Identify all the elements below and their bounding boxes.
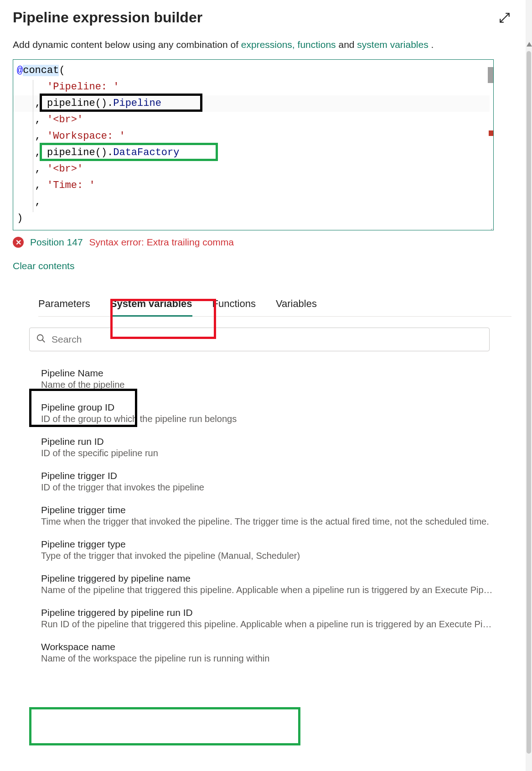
expand-icon[interactable] xyxy=(498,11,511,25)
list-item[interactable]: Pipeline trigger type Type of the trigge… xyxy=(37,533,498,568)
minimap-viewport xyxy=(488,67,493,83)
intro-text: Add dynamic content below using any comb… xyxy=(13,38,511,51)
var-title: Pipeline triggered by pipeline name xyxy=(41,573,494,584)
editor-content[interactable]: @concat( 'Pipeline: ' , pipeline().Pipel… xyxy=(17,63,491,227)
search-box[interactable] xyxy=(29,328,490,351)
var-desc: Name of the workspace the pipeline run i… xyxy=(41,653,494,664)
var-desc: Name of the pipeline that triggered this… xyxy=(41,585,494,595)
page-title: Pipeline expression builder xyxy=(13,9,202,26)
tab-system-variables[interactable]: System variables xyxy=(110,292,192,316)
expression-editor[interactable]: @concat( 'Pipeline: ' , pipeline().Pipel… xyxy=(13,59,494,230)
indent-guide xyxy=(33,80,33,212)
expressions-link[interactable]: expressions, xyxy=(241,39,295,50)
list-item[interactable]: Pipeline run ID ID of the specific pipel… xyxy=(37,431,498,465)
var-desc: ID of the specific pipeline run xyxy=(41,448,494,458)
var-desc: ID of the group to which the pipeline ru… xyxy=(41,414,494,424)
tab-functions[interactable]: Functions xyxy=(212,292,256,316)
var-title: Pipeline trigger time xyxy=(41,505,494,516)
tab-parameters[interactable]: Parameters xyxy=(38,292,90,316)
list-item[interactable]: Pipeline triggered by pipeline run ID Ru… xyxy=(37,602,498,636)
svg-point-0 xyxy=(37,335,43,341)
var-title: Pipeline Name xyxy=(41,368,494,379)
list-item[interactable]: Pipeline triggered by pipeline name Name… xyxy=(37,568,498,602)
search-icon xyxy=(36,333,46,345)
svg-line-1 xyxy=(42,340,45,343)
var-title: Pipeline trigger ID xyxy=(41,470,494,481)
tab-variables[interactable]: Variables xyxy=(276,292,317,316)
var-desc: Run ID of the pipeline that triggered th… xyxy=(41,619,494,630)
system-variables-list: Pipeline Name Name of the pipeline Pipel… xyxy=(37,362,498,670)
system-variables-link[interactable]: system variables xyxy=(357,39,428,50)
var-desc: Name of the pipeline xyxy=(41,380,494,390)
functions-link[interactable]: functions xyxy=(298,39,336,50)
var-title: Workspace name xyxy=(41,641,494,652)
var-title: Pipeline trigger type xyxy=(41,539,494,550)
intro-suffix: . xyxy=(431,39,434,50)
var-title: Pipeline triggered by pipeline run ID xyxy=(41,607,494,618)
scroll-up-icon[interactable] xyxy=(527,42,532,47)
var-title: Pipeline group ID xyxy=(41,402,494,413)
list-item[interactable]: Pipeline Name Name of the pipeline xyxy=(37,362,498,396)
list-item[interactable]: Pipeline trigger time Time when the trig… xyxy=(37,499,498,533)
search-input[interactable] xyxy=(52,334,483,345)
editor-minimap[interactable] xyxy=(484,60,493,230)
var-title: Pipeline run ID xyxy=(41,436,494,447)
intro-mid: and xyxy=(338,39,357,50)
minimap-error-marker xyxy=(489,130,493,136)
error-message: Syntax error: Extra trailing comma xyxy=(89,237,234,248)
scrollbar-track[interactable] xyxy=(526,0,532,771)
var-desc: Time when the trigger that invoked the p… xyxy=(41,516,494,527)
annotation-green-workspace-name xyxy=(29,707,300,745)
error-row: ✕ Position 147 Syntax error: Extra trail… xyxy=(13,237,511,248)
list-item[interactable]: Workspace name Name of the workspace the… xyxy=(37,636,498,670)
scrollbar-thumb[interactable] xyxy=(527,51,531,754)
resize-handle-icon[interactable] xyxy=(487,224,492,229)
list-item[interactable]: Pipeline group ID ID of the group to whi… xyxy=(37,396,498,431)
clear-contents-link[interactable]: Clear contents xyxy=(13,260,511,271)
var-desc: ID of the trigger that invokes the pipel… xyxy=(41,482,494,493)
error-icon: ✕ xyxy=(13,237,24,248)
var-desc: Type of the trigger that invoked the pip… xyxy=(41,551,494,561)
list-item[interactable]: Pipeline trigger ID ID of the trigger th… xyxy=(37,465,498,499)
error-position: Position 147 xyxy=(30,237,83,248)
current-line-highlight xyxy=(13,95,490,112)
intro-prefix: Add dynamic content below using any comb… xyxy=(13,39,241,50)
tabs: Parameters System variables Functions Va… xyxy=(38,292,511,317)
